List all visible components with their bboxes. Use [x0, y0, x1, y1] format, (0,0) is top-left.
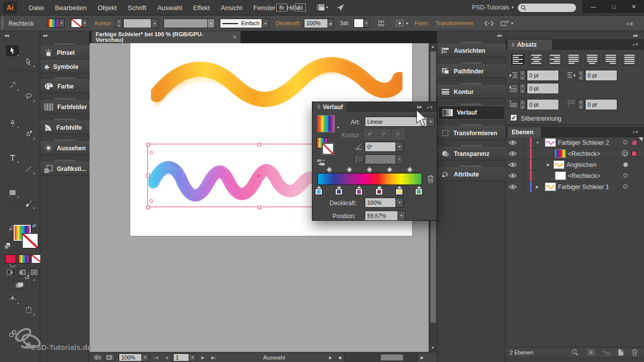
panel-button-aussehen[interactable]: Aussehen	[40, 141, 90, 155]
shape-mode-icon[interactable]	[500, 19, 510, 28]
hscroll-left-arrow[interactable]: ◀	[338, 355, 341, 360]
tool-rectangle[interactable]	[6, 187, 19, 198]
bridge-button[interactable]: Br	[276, 4, 287, 12]
workspace-name[interactable]: PSD-Tutorials ▾	[472, 5, 514, 11]
panel-button-transparenz[interactable]: Transparenz	[437, 147, 506, 160]
right-dock-collapse-icon[interactable]: ◀◀	[497, 34, 501, 38]
panel-button-transformieren[interactable]: Transformieren	[437, 126, 506, 140]
gradient-midpoint-2[interactable]	[346, 166, 353, 173]
tool-curvature[interactable]	[22, 129, 35, 140]
layer-thumbnail[interactable]	[555, 149, 566, 158]
maximize-button[interactable]: □	[612, 4, 616, 10]
tool-selection[interactable]	[6, 45, 19, 56]
visibility-eye-icon[interactable]	[509, 184, 517, 190]
layer-target-circle[interactable]	[623, 173, 627, 177]
angle-field[interactable]: 0°	[365, 142, 396, 152]
gradient-midpoint-5[interactable]	[407, 166, 413, 173]
menu-item-auswahl[interactable]: Auswahl	[152, 5, 188, 11]
kontur-link[interactable]: Kontur:	[95, 21, 112, 27]
far-dock-collapse-icon[interactable]: ▶▶	[633, 34, 638, 38]
tool-paintbrush[interactable]	[22, 198, 35, 209]
tool-direct-selection[interactable]	[22, 56, 35, 67]
layer-row-rechteck-white[interactable]: <Rechteck>	[506, 170, 644, 182]
search-input[interactable]	[528, 5, 573, 12]
space-before-stepper[interactable]: ▲▼	[519, 99, 526, 110]
visibility-eye-icon[interactable]	[509, 140, 517, 145]
stroke-weight-stepper[interactable]: ▲▼	[116, 19, 122, 28]
stroke-color-proxy[interactable]	[22, 233, 38, 248]
left-indent-field[interactable]: 0 pt	[527, 70, 559, 81]
menu-item-schrift[interactable]: Schrift	[122, 5, 152, 11]
selection-handle-bottom-left[interactable]	[146, 206, 150, 209]
stroke-weight-dropdown[interactable]: ▼	[151, 19, 158, 28]
close-button[interactable]: ×	[632, 3, 636, 11]
layer-thumbnail[interactable]	[545, 138, 556, 147]
layer-target-circle[interactable]	[623, 185, 627, 189]
first-line-indent-stepper[interactable]: ▲▼	[519, 83, 526, 94]
search-box[interactable]	[517, 3, 577, 13]
locate-object-icon[interactable]	[572, 349, 579, 356]
draw-normal-button[interactable]	[5, 268, 15, 276]
document-setup-icon[interactable]	[376, 19, 386, 28]
panel-button-pinsel[interactable]: Pinsel	[40, 46, 90, 59]
align-center-button[interactable]	[529, 53, 544, 66]
panel-button-pathfinder[interactable]: Pathfinder	[437, 64, 506, 78]
layer-name[interactable]: <Rechteck>	[568, 151, 600, 157]
justify-last-left-button[interactable]	[566, 53, 581, 66]
selection-anchor-point[interactable]	[258, 175, 260, 177]
panel-button-farbfelder[interactable]: Farbfelder	[40, 100, 90, 114]
layers-panel-menu-icon[interactable]: ▾ ≡	[633, 129, 638, 134]
color-button[interactable]	[5, 254, 16, 263]
gradient-deckkraft-field[interactable]: 100%	[365, 198, 396, 208]
layer-target-circle-filled[interactable]	[623, 162, 628, 167]
stroke-style-dropdown[interactable]: ▼	[262, 19, 269, 28]
default-colors-icon[interactable]	[4, 242, 11, 249]
workspace-switcher-icon[interactable]: ▾	[316, 4, 328, 11]
expand-arrow-icon[interactable]: ▶	[547, 163, 549, 167]
gradient-stop-2[interactable]	[336, 186, 342, 195]
zoom-level-dropdown[interactable]: ▼	[142, 353, 149, 361]
layer-selection-square[interactable]	[632, 141, 636, 145]
deckkraft-link[interactable]: Deckkraft:	[276, 21, 301, 27]
layers-tab[interactable]: Ebenen	[508, 127, 541, 137]
tool-type[interactable]	[6, 152, 19, 163]
form-link[interactable]: Form:	[415, 21, 429, 27]
visibility-eye-icon[interactable]	[509, 162, 517, 167]
control-panel-menu-icon[interactable]: ▾ ≡	[627, 21, 633, 27]
stroke-swatch-dropdown[interactable]: ▼	[82, 19, 88, 28]
align-artboard-icon[interactable]	[484, 19, 494, 28]
minimize-button[interactable]: —	[591, 4, 596, 10]
variable-width-select[interactable]	[164, 19, 208, 28]
visibility-eye-icon[interactable]	[509, 151, 517, 156]
variable-width-dropdown[interactable]: ▼	[208, 19, 215, 28]
stroke-style-select[interactable]: Einfach	[220, 19, 262, 28]
menu-item-datei[interactable]: Datei	[23, 5, 49, 11]
new-sublayer-icon[interactable]	[603, 349, 610, 355]
swap-fill-stroke-icon[interactable]: ⇄	[32, 223, 36, 228]
gradient-stroke-proxy[interactable]	[323, 143, 334, 154]
isolate-dropdown[interactable]: ▾	[406, 22, 408, 26]
isolate-selection-icon[interactable]	[395, 19, 405, 28]
fill-swatch[interactable]	[48, 19, 59, 28]
menu-item-bearbeiten[interactable]: Bearbeiten	[49, 5, 92, 11]
align-left-button[interactable]	[510, 53, 525, 66]
justify-last-right-button[interactable]	[603, 53, 618, 66]
first-line-indent-field[interactable]: 0 pt	[527, 83, 559, 94]
panel-button-attribute[interactable]: Attribute	[437, 167, 506, 181]
layer-target-circle[interactable]	[623, 140, 627, 144]
selection-handle-top-left[interactable]	[146, 143, 150, 146]
layer-name[interactable]: <Rechteck>	[568, 173, 600, 179]
gradient-stop-1[interactable]	[315, 186, 322, 195]
panel-button-ausrichten[interactable]: Ausrichten	[437, 44, 506, 57]
justify-all-button[interactable]	[622, 53, 637, 66]
shape-mode-dropdown[interactable]: ▾	[511, 22, 513, 26]
tool-free-transform[interactable]	[22, 305, 35, 316]
gradient-panel-collapse-icon[interactable]: ▶▶	[417, 105, 422, 109]
gradient-panel-tab[interactable]: ◊ Verlauf	[313, 102, 347, 112]
delete-stop-trash-icon[interactable]	[427, 175, 434, 183]
stroke-weight-field[interactable]	[123, 19, 151, 28]
space-before-field[interactable]: 0 pt	[527, 99, 559, 110]
left-dock-expand-icon[interactable]: ▶▶	[43, 34, 48, 38]
hyphenation-checkbox[interactable]: ✓	[510, 114, 517, 121]
artboard-options-icon[interactable]	[93, 354, 103, 361]
